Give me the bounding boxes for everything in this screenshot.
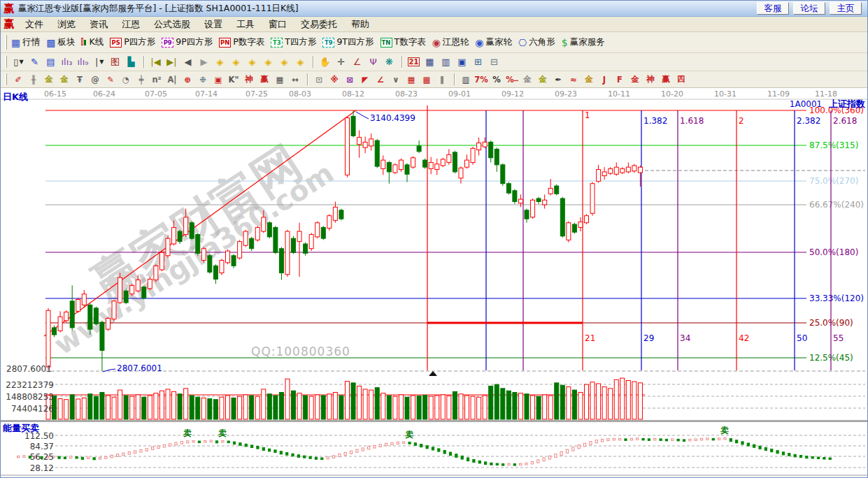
sectors-button[interactable]: ▩板块 [46, 36, 75, 48]
menu-item-帮助[interactable]: 帮助 [344, 17, 376, 32]
percent-icon[interactable]: % [490, 73, 504, 86]
notes-icon[interactable]: ▥ [439, 55, 453, 69]
candle-style-dropdown[interactable]: ▯▼ [11, 55, 26, 69]
p9-square-button[interactable]: P99P四方形 [162, 36, 213, 48]
ying-tool-icon[interactable]: 赢 [257, 73, 271, 86]
gold-circle-icon[interactable]: 金 [520, 73, 534, 86]
gold-levels-icon[interactable]: 金 [536, 73, 550, 86]
clock-ruler-icon[interactable]: ◔ [119, 73, 133, 86]
p-square-button[interactable]: PSP四方形 [110, 36, 155, 48]
bars-9-icon[interactable]: ılı₉ [76, 55, 90, 69]
menu-item-窗口[interactable]: 窗口 [262, 17, 294, 32]
star-web-icon[interactable]: ❉ [196, 73, 210, 86]
menu-item-工具[interactable]: 工具 [229, 17, 262, 32]
red-pencil-icon[interactable]: ✎ [104, 73, 118, 86]
shift-left-icon[interactable]: ◈ [213, 55, 227, 69]
frame-tool-icon[interactable]: ⊡ [312, 73, 326, 86]
j-angle-icon[interactable]: J [597, 73, 611, 86]
stock-label[interactable]: 1A0001 上证指数 [790, 98, 865, 110]
menu-item-浏览[interactable]: 浏览 [50, 17, 83, 32]
k-quotes-icon[interactable]: K" [227, 73, 241, 86]
shen-tool-icon[interactable]: 神 [242, 73, 256, 86]
sketch-icon[interactable]: ✎ [27, 55, 42, 69]
menu-item-资讯[interactable]: 资讯 [83, 17, 115, 32]
calendar-21-icon[interactable]: 21 [406, 55, 421, 69]
expand-x-icon[interactable]: ◈ [245, 55, 259, 69]
grid-red2-icon[interactable]: ▩ [420, 73, 434, 86]
grid-net-icon[interactable]: Ψ [366, 55, 380, 69]
pct-7-icon[interactable]: 7% [474, 73, 488, 86]
grid-red-icon[interactable]: ▦ [404, 73, 418, 86]
service-button[interactable]: 客服 [757, 2, 789, 15]
hexagon-button[interactable]: ⎔六角形 [518, 36, 555, 48]
histogram-icon[interactable]: ▙ [124, 55, 138, 69]
rays-icon[interactable]: ※ [327, 73, 341, 86]
circle-target-icon[interactable]: ⊕ [180, 73, 194, 86]
gann-trendline[interactable] [44, 110, 356, 336]
span-arrow-icon[interactable]: ↔ [288, 73, 302, 86]
f-angle-icon[interactable]: F [613, 73, 627, 86]
a-mirror-icon[interactable]: A| [165, 73, 179, 86]
compress-x-icon[interactable]: ◈ [261, 55, 276, 69]
save-icon[interactable]: ▣ [455, 55, 469, 69]
ruler-days-icon[interactable]: ▦ [273, 73, 287, 86]
network-icon[interactable]: ⊞ [471, 55, 485, 69]
kline-button[interactable]: K线 [81, 36, 104, 48]
first-bar-icon[interactable]: |◀ [148, 55, 163, 69]
comb2-icon[interactable]: ╪ [134, 73, 148, 86]
angle-tool-icon[interactable]: ∠ [350, 55, 364, 69]
last-bar-icon[interactable]: ▶| [164, 55, 179, 69]
crosshair-icon[interactable]: ✛ [334, 55, 348, 69]
gann-wheel-button[interactable]: ◉江恩轮 [432, 36, 469, 48]
home-button[interactable]: 主页 [830, 2, 862, 15]
wave-icon[interactable]: ≈ [567, 73, 581, 86]
shen-angle-icon[interactable]: 神 [643, 73, 657, 86]
quotes-button[interactable]: ▦行情 [11, 36, 40, 48]
t-square-button[interactable]: T3T四方形 [271, 36, 316, 48]
price-table-icon[interactable]: ▥ [459, 73, 473, 86]
calculator-icon[interactable]: ▦ [422, 55, 437, 69]
p-number-table-button[interactable]: PNP数字表 [219, 36, 264, 48]
prev-bar-icon[interactable]: ◀ [180, 55, 195, 69]
gold-crown2-icon[interactable]: 金 [57, 73, 71, 86]
trend-lines-icon[interactable]: ∠ [373, 73, 387, 86]
next-bar-icon[interactable]: ▶ [197, 55, 211, 69]
pct-lines-icon[interactable]: %⎯ [505, 73, 519, 86]
pane-separator[interactable] [1, 420, 868, 422]
menu-item-江恩[interactable]: 江恩 [115, 17, 147, 32]
n-squared-icon[interactable]: n² [150, 73, 164, 86]
gold2-icon[interactable]: 金 [582, 73, 596, 86]
box-web-icon[interactable]: ▣ [211, 73, 225, 86]
menu-item-文件[interactable]: 文件 [18, 17, 50, 32]
purple-box-icon[interactable]: ⊠ [343, 73, 357, 86]
fan-shade-icon[interactable]: ◤ [358, 73, 372, 86]
red-grid-icon[interactable]: 图 [108, 55, 122, 69]
menu-item-设置[interactable]: 设置 [197, 17, 229, 32]
map-tool-icon[interactable]: ❋ [382, 55, 397, 69]
forum-button[interactable]: 论坛 [793, 2, 825, 15]
expand-all-icon[interactable]: ◈ [277, 55, 292, 69]
gold-crown-icon[interactable]: 金 [42, 73, 56, 86]
pencil-compass-icon[interactable]: ✐ [11, 73, 25, 86]
kline-chart[interactable]: 赢家财富网www.yingjia360.com06-1506-2407-0507… [1, 88, 868, 478]
note-icon[interactable]: ▤ [43, 55, 58, 69]
bars-3-icon[interactable]: ılı₃ [59, 55, 74, 69]
remote-icon[interactable]: ⊟ [487, 55, 501, 69]
ink-brush-icon[interactable]: ✒ [551, 73, 565, 86]
comb-ruler-icon[interactable]: ╫ [27, 73, 41, 86]
f-ruler-icon[interactable]: Ŧ [73, 73, 87, 86]
expand-y-icon[interactable]: ◈ [293, 55, 308, 69]
spiral-icon[interactable]: @ [88, 73, 102, 86]
menu-item-交易委托[interactable]: 交易委托 [294, 17, 344, 32]
parallel-lines-icon[interactable]: ∥ [435, 73, 449, 86]
gold-angle-icon[interactable]: 金 [628, 73, 642, 86]
t-number-table-button[interactable]: TNT数字表 [380, 36, 426, 48]
thin-candle-dropdown[interactable]: ∣▼ [92, 55, 106, 69]
ying-angle-icon[interactable]: 赢 [659, 73, 673, 86]
shift-right-icon[interactable]: ◈ [229, 55, 243, 69]
hand-tool-icon[interactable]: ✋ [318, 55, 332, 69]
si-angle-icon[interactable]: 四 [674, 73, 688, 86]
winner-wheel-button[interactable]: ◉赢家轮 [475, 36, 512, 48]
t9-square-button[interactable]: T99T四方形 [322, 36, 373, 48]
winner-service-button[interactable]: $赢家服务 [562, 36, 605, 48]
